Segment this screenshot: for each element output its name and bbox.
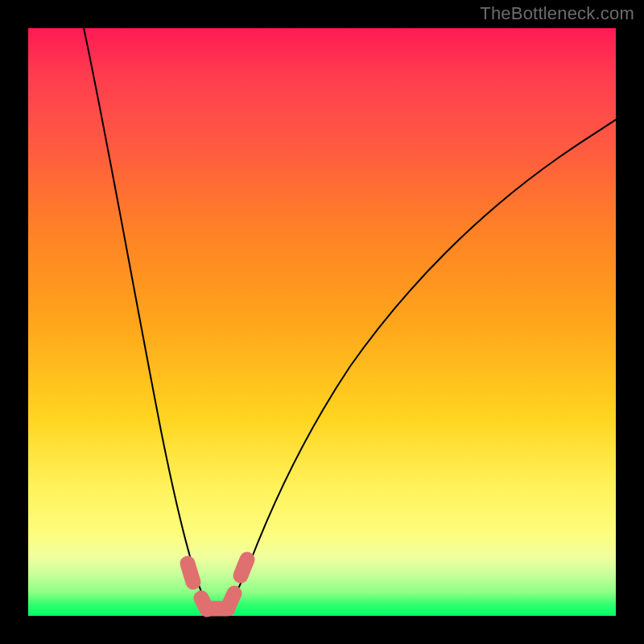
left-curve	[83, 24, 215, 614]
attribution-watermark: TheBottleneck.com	[480, 3, 634, 24]
pink-marker-right	[241, 559, 247, 576]
plot-area	[28, 28, 616, 616]
chart-frame: TheBottleneck.com	[0, 0, 644, 644]
curve-layer	[28, 28, 616, 616]
pink-marker-trough-c	[228, 593, 234, 608]
right-curve	[223, 117, 620, 614]
pink-marker-left	[188, 564, 193, 582]
